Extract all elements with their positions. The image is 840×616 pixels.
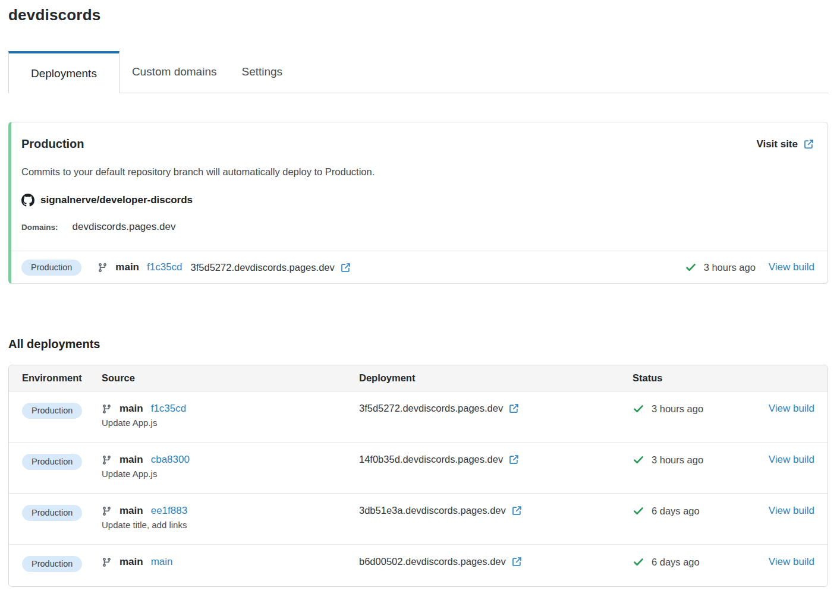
environment-cell: Production bbox=[22, 403, 102, 419]
table-row: Production main f1c35cd Update App.js 3f… bbox=[9, 391, 828, 442]
status-cell: 3 hours ago bbox=[633, 454, 769, 466]
action-cell: View build bbox=[769, 403, 814, 415]
branch-name: main bbox=[119, 454, 143, 466]
environment-badge: Production bbox=[21, 260, 81, 276]
column-header-source: Source bbox=[102, 372, 359, 384]
external-link-icon[interactable] bbox=[511, 556, 523, 567]
domains-label: Domains: bbox=[21, 223, 58, 232]
github-icon bbox=[21, 194, 34, 207]
branch-name: main bbox=[119, 556, 143, 568]
source-cell: main ee1f883 Update title, add links bbox=[102, 505, 359, 530]
check-icon bbox=[633, 505, 644, 517]
production-description: Commits to your default repository branc… bbox=[21, 166, 814, 178]
view-build-link[interactable]: View build bbox=[769, 505, 814, 516]
production-card-title: Production bbox=[21, 137, 84, 151]
deployments-table: Environment Source Deployment Status Pro… bbox=[8, 365, 828, 587]
page-title: devdiscords bbox=[8, 6, 828, 24]
external-link-icon[interactable] bbox=[508, 454, 520, 465]
view-build-link[interactable]: View build bbox=[769, 403, 814, 414]
table-row: Production main ee1f883 Update title, ad… bbox=[9, 493, 828, 544]
column-header-status: Status bbox=[633, 372, 814, 384]
tab-bar-filler bbox=[295, 51, 828, 93]
view-build-link[interactable]: View build bbox=[769, 556, 814, 567]
environment-badge: Production bbox=[22, 505, 82, 521]
deployment-url: 3f5d5272.devdiscords.pages.dev bbox=[359, 403, 503, 414]
environment-cell: Production bbox=[22, 556, 102, 572]
source-cell: main cba8300 Update App.js bbox=[102, 454, 359, 479]
domains-row: Domains: devdiscords.pages.dev bbox=[21, 221, 814, 233]
column-header-environment: Environment bbox=[22, 372, 102, 384]
table-row: Production main cba8300 Update App.js 14… bbox=[9, 442, 828, 493]
status-cell: 3 hours ago bbox=[633, 403, 769, 415]
git-branch-icon bbox=[102, 404, 112, 414]
source-cell: main main bbox=[102, 556, 359, 568]
check-icon bbox=[633, 403, 644, 415]
environment-cell: Production bbox=[22, 505, 102, 521]
status-time: 3 hours ago bbox=[652, 403, 703, 415]
environment-badge: Production bbox=[22, 454, 82, 470]
tab-deployments[interactable]: Deployments bbox=[8, 51, 119, 93]
commit-link[interactable]: main bbox=[151, 556, 173, 568]
visit-site-link[interactable]: Visit site bbox=[756, 138, 814, 150]
branch-name: main bbox=[115, 261, 139, 273]
action-cell: View build bbox=[769, 454, 814, 466]
table-row: Production main main b6d00502.devdiscord… bbox=[9, 544, 828, 586]
action-cell: View build bbox=[769, 505, 814, 517]
commit-message: Update App.js bbox=[102, 469, 359, 479]
all-deployments-heading: All deployments bbox=[8, 337, 828, 351]
external-link-icon[interactable] bbox=[803, 138, 814, 150]
git-branch-icon bbox=[102, 557, 112, 567]
check-icon bbox=[633, 454, 644, 466]
git-branch-icon bbox=[97, 263, 108, 273]
source-info: main main bbox=[102, 556, 359, 568]
status-time: 3 hours ago bbox=[704, 262, 756, 273]
source-info: main cba8300 bbox=[102, 454, 359, 466]
environment-cell: Production bbox=[22, 454, 102, 470]
check-icon bbox=[633, 556, 644, 568]
pages-project-page: devdiscords Deployments Custom domains S… bbox=[0, 0, 840, 587]
tab-bar: Deployments Custom domains Settings bbox=[8, 51, 828, 93]
deployment-cell: 3f5d5272.devdiscords.pages.dev bbox=[359, 403, 633, 414]
deployments-table-body: Production main f1c35cd Update App.js 3f… bbox=[9, 391, 828, 586]
tab-custom-domains[interactable]: Custom domains bbox=[119, 51, 229, 93]
production-card: Production Visit site Commits to your de… bbox=[8, 122, 828, 284]
view-build-link[interactable]: View build bbox=[769, 261, 814, 273]
commit-link[interactable]: cba8300 bbox=[151, 454, 190, 466]
deployments-table-header: Environment Source Deployment Status bbox=[9, 365, 828, 391]
commit-message: Update title, add links bbox=[102, 520, 359, 530]
status-time: 3 hours ago bbox=[652, 454, 703, 466]
deployment-url: 3db51e3a.devdiscords.pages.dev bbox=[359, 505, 506, 516]
external-link-icon[interactable] bbox=[508, 403, 520, 414]
branch-name: main bbox=[119, 505, 143, 517]
domains-value: devdiscords.pages.dev bbox=[73, 221, 176, 233]
environment-badge: Production bbox=[22, 556, 82, 572]
column-header-deployment: Deployment bbox=[359, 372, 633, 384]
status-cell: 6 days ago bbox=[633, 505, 769, 517]
deployment-url: 3f5d5272.devdiscords.pages.dev bbox=[191, 262, 335, 273]
deployment-status-actions: 3 hours ago View build bbox=[685, 261, 814, 273]
deployment-cell: b6d00502.devdiscords.pages.dev bbox=[359, 556, 633, 567]
production-card-header: Production Visit site bbox=[21, 137, 814, 151]
commit-link[interactable]: f1c35cd bbox=[151, 403, 187, 415]
commit-link[interactable]: f1c35cd bbox=[147, 261, 183, 273]
deployment-url-wrap: 3f5d5272.devdiscords.pages.dev bbox=[191, 262, 351, 273]
git-branch-icon bbox=[102, 506, 112, 516]
git-branch-icon bbox=[102, 455, 112, 465]
deployment-cell: 14f0b35d.devdiscords.pages.dev bbox=[359, 454, 633, 465]
external-link-icon[interactable] bbox=[340, 262, 351, 273]
tab-settings[interactable]: Settings bbox=[229, 51, 295, 93]
source-cell: main f1c35cd Update App.js bbox=[102, 403, 359, 428]
status-time: 6 days ago bbox=[652, 557, 700, 568]
commit-message: Update App.js bbox=[102, 418, 359, 428]
commit-link[interactable]: ee1f883 bbox=[151, 505, 187, 517]
status-time: 6 days ago bbox=[652, 506, 700, 517]
external-link-icon[interactable] bbox=[511, 505, 523, 516]
source-info: main f1c35cd bbox=[102, 403, 359, 415]
deployment-cell: 3db51e3a.devdiscords.pages.dev bbox=[359, 505, 633, 516]
repo-link[interactable]: signalnerve/developer-discords bbox=[21, 194, 814, 207]
source-info: main ee1f883 bbox=[102, 505, 359, 517]
action-cell: View build bbox=[769, 556, 814, 568]
branch-name: main bbox=[119, 403, 143, 415]
deployment-url: b6d00502.devdiscords.pages.dev bbox=[359, 556, 506, 567]
view-build-link[interactable]: View build bbox=[769, 454, 814, 465]
